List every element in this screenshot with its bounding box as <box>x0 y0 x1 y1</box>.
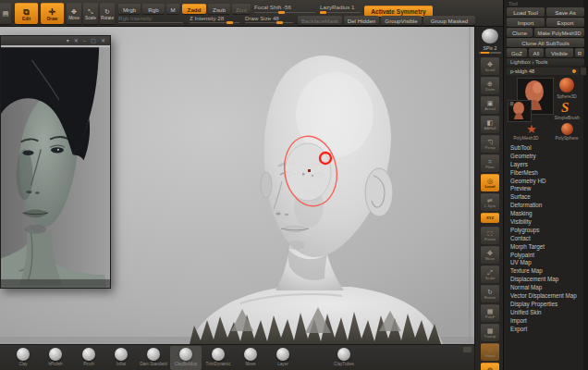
import-tool-button[interactable]: Import <box>507 18 545 27</box>
zadd-button[interactable]: Zadd <box>182 4 206 14</box>
brush-hpolish[interactable]: hPolish <box>40 346 71 370</box>
minimize-icon[interactable]: − <box>83 38 87 43</box>
goz-all-button[interactable]: All <box>529 48 544 57</box>
backfacemask-button[interactable]: BackfaceMask <box>298 16 342 25</box>
reference-window-titlebar[interactable]: ▾ ✕ − ▢ ✕ <box>1 36 110 45</box>
tray-divider-handle[interactable] <box>463 347 472 352</box>
brush-trimdynamic[interactable]: TrimDynamic <box>202 346 234 370</box>
zsub-button[interactable]: Zsub <box>208 4 230 14</box>
brush-inflat[interactable]: Inflat <box>105 346 137 370</box>
menu-polypaint[interactable]: Polypaint <box>504 252 584 260</box>
make-polymesh3d-button[interactable]: Make PolyMesh3D <box>534 28 584 37</box>
menu-morph-target[interactable]: Morph Target <box>504 243 584 252</box>
sphere3d-icon[interactable] <box>559 78 574 92</box>
save-as-button[interactable]: Save As <box>546 7 584 17</box>
menu-uv-map[interactable]: UV Map <box>504 259 584 267</box>
reference-image-window[interactable]: ▾ ✕ − ▢ ✕ <box>0 35 111 289</box>
menu-display-properties[interactable]: Display Properties <box>504 301 584 309</box>
z-intensity-slider[interactable]: Z Intensity 28 <box>190 15 239 23</box>
goz-visible-button[interactable]: Visible <box>545 48 573 57</box>
lsym-button[interactable]: ⇌L.Sym <box>481 193 499 211</box>
spix-slider[interactable]: SPix 2 <box>479 45 501 54</box>
menu-subtool[interactable]: SubTool <box>504 144 584 153</box>
xyz-button[interactable]: XYZ <box>481 213 499 223</box>
scale-button[interactable]: ⤡ Scale <box>83 3 98 24</box>
menu-displacement-map[interactable]: Displacement Map <box>504 276 584 284</box>
move-button[interactable]: ✥ Move <box>67 3 81 24</box>
goz-r-button[interactable]: R <box>575 48 584 57</box>
menu-geometry[interactable]: Geometry <box>504 153 584 161</box>
aahalf-button[interactable]: ◧AAHalf <box>481 116 499 133</box>
menu-import[interactable]: Import <box>504 317 584 326</box>
load-tool-button[interactable]: Load Tool <box>507 7 545 17</box>
recent-tool-thumbnail[interactable]: R <box>508 100 532 122</box>
mrgb-button[interactable]: Mrgb <box>118 4 141 14</box>
rgb-intensity-slider[interactable]: Rgb Intensity <box>118 15 183 23</box>
polymesh3d-star-icon[interactable]: ★ <box>526 123 537 135</box>
scale-3d-button[interactable]: ⤢Scale <box>481 265 499 283</box>
brush-claybuildup-selected[interactable]: ClayBuildup <box>170 346 202 370</box>
bpr-render-button[interactable] <box>482 29 498 43</box>
brush-clay[interactable]: Clay <box>7 346 39 370</box>
menu-unified-skin[interactable]: Unified Skin <box>504 309 584 317</box>
tool-slider-r-button[interactable] <box>581 68 586 75</box>
goz-button[interactable]: GoZ <box>507 48 527 57</box>
menu-contact[interactable]: Contact <box>504 235 584 243</box>
solo-button[interactable]: ◍Solo <box>481 363 499 370</box>
menu-vector-displacement-map[interactable]: Vector Displacement Map <box>504 292 584 301</box>
scroll-button[interactable]: ✥Scroll <box>481 57 499 75</box>
menu-fibermesh[interactable]: FiberMesh <box>504 169 584 178</box>
menu-layers[interactable]: Layers <box>504 161 584 169</box>
chevron-down-icon[interactable]: ▾ <box>67 38 69 43</box>
local-button[interactable]: ◎Local <box>481 174 499 191</box>
brush-move[interactable]: Move <box>235 346 266 370</box>
menu-preview[interactable]: Preview <box>504 185 584 193</box>
clone-button[interactable]: Clone <box>507 28 533 37</box>
toolbar-clipped-button[interactable]: ▤ <box>0 3 11 24</box>
menu-masking[interactable]: Masking <box>504 210 584 218</box>
m-button[interactable]: M <box>166 4 179 14</box>
edit-button[interactable]: ⧉ Edit <box>15 3 38 24</box>
menu-geometry-hd[interactable]: Geometry HD <box>504 178 584 186</box>
clone-all-subtools-button[interactable]: Clone All SubTools <box>507 38 584 47</box>
actual-button[interactable]: ▣Actual <box>481 96 499 114</box>
group-masked-button[interactable]: Group Masked <box>423 16 475 25</box>
ghost-button[interactable]: ◌Ghost <box>481 343 499 361</box>
persp-button[interactable]: ◹Persp <box>481 135 499 153</box>
zcut-button[interactable]: Zcut <box>232 4 251 14</box>
menu-visibility[interactable]: Visibility <box>504 218 584 227</box>
menu-deformation[interactable]: Deformation <box>504 202 584 210</box>
focal-shift-slider[interactable]: Focal Shift -56 <box>254 4 315 13</box>
close-icon[interactable]: ✕ <box>74 38 79 43</box>
menu-normal-map[interactable]: Normal Map <box>504 284 584 292</box>
maximize-icon[interactable]: ▢ <box>91 38 96 43</box>
lazy-radius-slider[interactable]: LazyRadius 1 <box>320 4 361 13</box>
rotate-button[interactable]: ↻ Rotate <box>100 3 115 24</box>
del-hidden-button[interactable]: Del Hidden <box>344 16 379 25</box>
groupvisible-button[interactable]: GroupVisible <box>381 16 422 25</box>
brush-layer[interactable]: Layer <box>267 346 299 370</box>
lightbox-tools-bar[interactable]: Lightbox › Tools <box>507 58 584 66</box>
tool-name-slider[interactable]: p-sldgh 48 <box>507 68 579 75</box>
menu-surface[interactable]: Surface <box>504 193 584 202</box>
brush-claytubes[interactable]: ClayTubes <box>328 346 360 370</box>
transp-button[interactable]: ▩Transp <box>481 324 499 341</box>
move-3d-button[interactable]: ✥Move <box>481 246 499 264</box>
draw-button[interactable]: ✛ Draw <box>41 3 64 24</box>
zoom-button[interactable]: ⊕Zoom <box>481 77 499 94</box>
polysphere-icon[interactable] <box>561 123 573 135</box>
menu-polygroups[interactable]: Polygroups <box>504 227 584 235</box>
frame-button[interactable]: ⛶Frame <box>481 227 499 244</box>
export-tool-button[interactable]: Export <box>546 18 584 27</box>
close-window-icon[interactable]: ✕ <box>101 38 105 43</box>
brush-dam-standard[interactable]: Dam Standard <box>138 346 169 370</box>
simplebrush-icon[interactable]: S <box>561 101 569 114</box>
draw-size-slider[interactable]: Draw Size 48 <box>245 15 293 23</box>
rotate-3d-button[interactable]: ↻Rotate <box>481 285 499 302</box>
polyframe-button[interactable]: ▦PolyF <box>481 304 499 322</box>
floor-button[interactable]: ⌗Floor <box>481 154 499 172</box>
rgb-button[interactable]: Rgb <box>142 4 165 14</box>
menu-texture-map[interactable]: Texture Map <box>504 267 584 276</box>
menu-export[interactable]: Export <box>504 326 584 334</box>
brush-pinch[interactable]: Pinch <box>73 346 104 370</box>
